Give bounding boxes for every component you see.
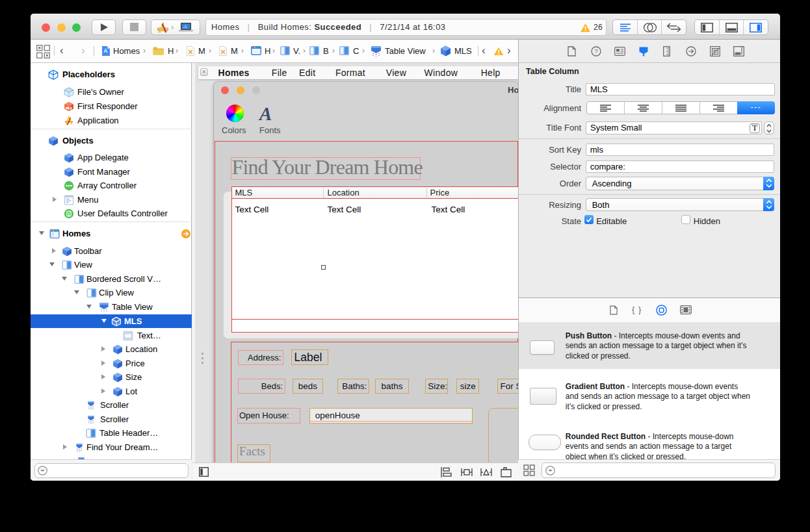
- svg-text:?: ?: [594, 47, 597, 55]
